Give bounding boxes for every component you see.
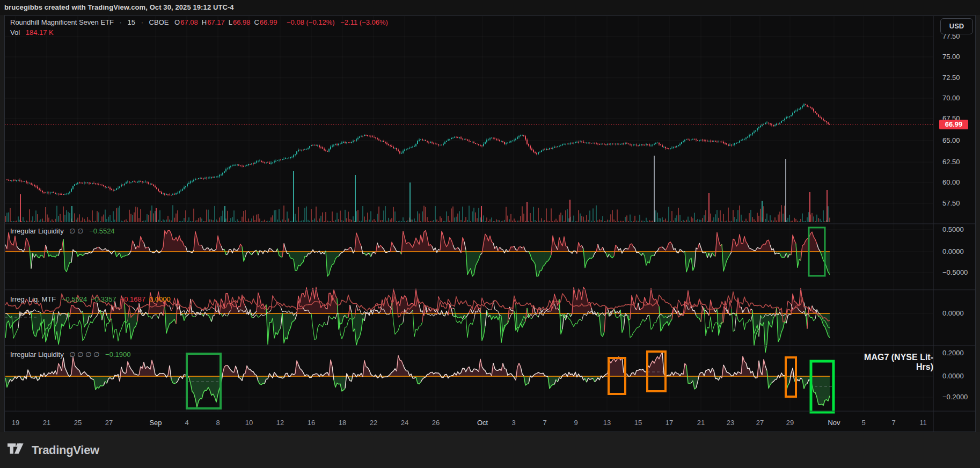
time-axis-day-label: 29 bbox=[786, 419, 794, 427]
time-axis-day-label: 8 bbox=[216, 419, 220, 427]
credit-text: brucegibbs created with TradingView.com,… bbox=[4, 3, 234, 11]
time-axis-day-label: 26 bbox=[432, 419, 440, 427]
time-axis-day-label: 5 bbox=[861, 419, 865, 427]
time-axis-day-label: 24 bbox=[401, 419, 408, 427]
pane2-axis-label: 0.0000 bbox=[942, 309, 964, 317]
symbol-legend-row[interactable]: Roundhill Magnificent Seven ETF · 15 · C… bbox=[10, 18, 392, 26]
time-axis-day-label: 11 bbox=[919, 419, 927, 427]
credit-bar: brucegibbs created with TradingView.com,… bbox=[0, 0, 980, 15]
volume-legend-row[interactable]: Vol 184.17 K bbox=[10, 28, 57, 36]
currency-button[interactable]: USD bbox=[940, 18, 973, 34]
time-axis-day-label: 22 bbox=[370, 419, 377, 427]
pane3-axis-label: −0.2000 bbox=[942, 393, 968, 401]
time-axis-month-label: Oct bbox=[477, 419, 488, 427]
pane2-title[interactable]: Irreg. Liq. MTF bbox=[10, 295, 56, 303]
pane3-axis-label: 0.2000 bbox=[942, 349, 964, 357]
pane1-axis-label: −0.5000 bbox=[942, 268, 968, 276]
chart-container[interactable]: Roundhill Magnificent Seven ETF · 15 · C… bbox=[4, 15, 976, 432]
pane1-axis-label: 0.5000 bbox=[942, 225, 964, 233]
price-axis-label: 60.00 bbox=[942, 178, 960, 186]
pane1-legend-row[interactable]: Irregular Liquidity ∅ ∅ −0.5524 bbox=[10, 227, 122, 235]
footer-strip: TradingView bbox=[0, 432, 980, 468]
time-axis-day-label: 3 bbox=[511, 419, 515, 427]
tradingview-logo-text: TradingView bbox=[32, 443, 99, 457]
time-axis-day-label: 27 bbox=[105, 419, 113, 427]
exchange-label[interactable]: CBOE bbox=[149, 18, 169, 26]
price-axis-label: 62.50 bbox=[942, 158, 960, 166]
time-axis-day-label: 21 bbox=[697, 419, 705, 427]
indicator-value: 0.0000 bbox=[149, 295, 171, 303]
indicator-value: −0.5524 bbox=[62, 295, 87, 303]
time-axis-day-label: 18 bbox=[339, 419, 346, 427]
time-axis-day-label: 16 bbox=[308, 419, 315, 427]
time-axis-day-label: 7 bbox=[891, 419, 895, 427]
change-from-open-value: −2.11 (−3.06%) bbox=[340, 18, 388, 26]
indicator-value: −0.1900 bbox=[105, 350, 130, 359]
pane1-values: −0.5524 bbox=[89, 227, 118, 235]
time-axis-day-label: 4 bbox=[185, 419, 188, 427]
separator-dot: · bbox=[120, 18, 122, 26]
time-axis-month-label: Nov bbox=[828, 419, 840, 427]
time-axis-day-label: 12 bbox=[276, 419, 284, 427]
time-axis-day-label: 23 bbox=[727, 419, 734, 427]
interval-label[interactable]: 15 bbox=[128, 18, 135, 26]
time-axis-day-label: 27 bbox=[756, 419, 764, 427]
pane3-axis-label: 0.0000 bbox=[942, 372, 964, 380]
tradingview-logo-icon bbox=[8, 443, 27, 457]
pane3-legend-row[interactable]: Irregular Liquidity ∅ ∅ ∅ ∅ −0.1900 bbox=[10, 350, 138, 359]
time-axis-day-label: 15 bbox=[634, 419, 642, 427]
chart-canvas[interactable] bbox=[5, 16, 975, 432]
time-axis-day-label: 25 bbox=[74, 419, 82, 427]
pane3-irregular-liquidity-series bbox=[5, 352, 830, 407]
pane2-legend-row[interactable]: Irreg. Liq. MTF −0.5524−0.3357−0.16870.0… bbox=[10, 295, 178, 303]
pane1-irregular-liquidity-series bbox=[5, 231, 830, 276]
pane2-values: −0.5524−0.3357−0.16870.0000 bbox=[62, 295, 174, 303]
tradingview-snapshot: brucegibbs created with TradingView.com,… bbox=[0, 0, 980, 468]
time-axis-day-label: 21 bbox=[43, 419, 50, 427]
price-axis-label: 57.50 bbox=[942, 199, 960, 207]
mag7-session-label: MAG7 (NYSE Lit-Hrs) bbox=[853, 353, 933, 372]
pane3-values: −0.1900 bbox=[105, 350, 134, 359]
time-axis-day-label: 7 bbox=[543, 419, 546, 427]
price-axis-label: 75.00 bbox=[942, 53, 960, 61]
volume-bars bbox=[5, 156, 830, 222]
candlesticks bbox=[6, 103, 830, 196]
change-value: −0.08 (−0.12%) bbox=[287, 18, 335, 26]
time-axis-day-label: 13 bbox=[603, 419, 611, 427]
tradingview-logo[interactable]: TradingView bbox=[8, 443, 99, 457]
price-axis-label: 72.50 bbox=[942, 74, 960, 82]
time-axis-day-label: 10 bbox=[245, 419, 253, 427]
time-axis-day-label: 17 bbox=[665, 419, 673, 427]
volume-value: 184.17 K bbox=[26, 28, 54, 36]
price-axis-label: 65.00 bbox=[942, 136, 960, 144]
volume-label[interactable]: Vol bbox=[10, 28, 20, 36]
pane3-title[interactable]: Irregular Liquidity bbox=[10, 350, 64, 359]
time-axis-month-label: Sep bbox=[149, 419, 162, 427]
indicator-value: −0.3357 bbox=[91, 295, 116, 303]
last-price-badge: 66.99 bbox=[939, 120, 968, 129]
pane1-hidden-inputs: ∅ ∅ bbox=[69, 227, 83, 235]
separator-dot: · bbox=[141, 18, 143, 26]
indicator-value: −0.1687 bbox=[120, 295, 145, 303]
symbol-title[interactable]: Roundhill Magnificent Seven ETF bbox=[10, 18, 114, 26]
price-axis-label: 70.00 bbox=[942, 94, 960, 102]
ohlc-values: O67.08H67.17L66.98C66.99 bbox=[174, 18, 281, 26]
pane3-hidden-inputs: ∅ ∅ ∅ ∅ bbox=[69, 350, 99, 359]
time-axis-day-label: 19 bbox=[12, 419, 19, 427]
pane1-title[interactable]: Irregular Liquidity bbox=[10, 227, 64, 235]
pane1-axis-label: 0.0000 bbox=[942, 247, 964, 255]
indicator-value: −0.5524 bbox=[89, 227, 114, 235]
time-axis-day-label: 9 bbox=[574, 419, 577, 427]
